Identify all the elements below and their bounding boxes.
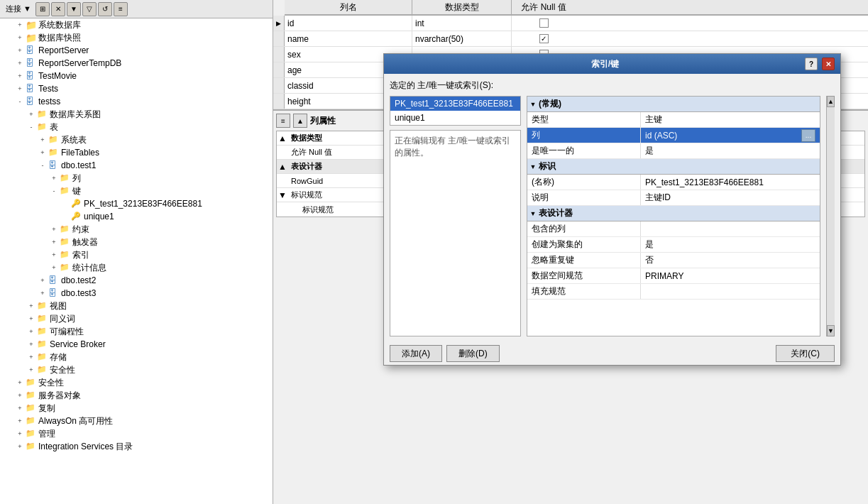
sidebar-item-security-db[interactable]: + 📁 安全性: [0, 363, 273, 376]
label-sys-db: 系统数据库: [38, 19, 81, 31]
expand-snapshot[interactable]: +: [14, 32, 26, 43]
sidebar: 连接 ▼ ⊞ ✕ ▼ ▽ ↺ ≡ + 📁 系统数据库 + 📁 数据库快照 + 🗄: [0, 0, 273, 504]
expand-dbotest3[interactable]: +: [37, 287, 48, 299]
expand-testss[interactable]: -: [14, 96, 26, 107]
modal-list-item-pk[interactable]: PK_test1_3213E83F466EE881: [390, 97, 520, 111]
scroll-up[interactable]: ▲: [827, 96, 835, 107]
expand-tests[interactable]: +: [14, 83, 26, 94]
sidebar-item-testss[interactable]: - 🗄 testss: [0, 95, 273, 108]
folder-icon-8: 📁: [60, 186, 71, 196]
sidebar-item-sys-db[interactable]: + 📁 系统数据库: [0, 18, 273, 31]
folder-icon-3: 📁: [37, 109, 48, 119]
sidebar-item-synonyms[interactable]: + 📁 同义词: [0, 312, 273, 325]
toolbar-btn-2[interactable]: ✕: [51, 2, 65, 16]
sidebar-item-snapshot[interactable]: + 📁 数据库快照: [0, 31, 273, 44]
toolbar-btn-3[interactable]: ▼: [67, 2, 81, 16]
expand-dbdiagram[interactable]: +: [26, 109, 37, 120]
sidebar-item-tests[interactable]: + 🗄 Tests: [0, 82, 273, 95]
connect-btn[interactable]: 连接 ▼: [3, 4, 34, 14]
expand-prog[interactable]: +: [26, 326, 37, 337]
sidebar-item-tables[interactable]: - 📁 表: [0, 121, 273, 133]
expand-tables[interactable]: -: [26, 121, 37, 133]
sidebar-item-triggers[interactable]: + 📁 触发器: [0, 236, 273, 248]
section-expand-identity[interactable]: ▼: [527, 163, 539, 170]
expand-triggers[interactable]: +: [48, 236, 60, 248]
toolbar-btn-filter[interactable]: ▽: [82, 2, 97, 16]
sidebar-item-keys[interactable]: - 📁 键: [0, 185, 273, 197]
modal-key-list: PK_test1_3213E83F466EE881 unique1: [390, 96, 521, 126]
sidebar-item-dbotest3[interactable]: + 🗄 dbo.test3: [0, 287, 273, 300]
expand-security-top[interactable]: +: [14, 377, 26, 388]
sidebar-toolbar: 连接 ▼ ⊞ ✕ ▼ ▽ ↺ ≡: [0, 0, 273, 18]
sidebar-item-storage[interactable]: + 📁 存储: [0, 351, 273, 363]
toolbar-btn-1[interactable]: ⊞: [35, 2, 50, 16]
sidebar-item-serverobjects[interactable]: + 📁 服务器对象: [0, 389, 273, 402]
expand-storage[interactable]: +: [26, 351, 37, 363]
sidebar-item-stats[interactable]: + 📁 统计信息: [0, 261, 273, 274]
modal-prop-desc: 说明 主键ID: [527, 190, 820, 206]
expand-testmovie[interactable]: +: [14, 70, 26, 82]
sidebar-item-dbotest1[interactable]: - 🗄 dbo.test1: [0, 159, 273, 172]
modal-close-x-button[interactable]: ✕: [822, 57, 835, 70]
expand-alwayson[interactable]: +: [14, 415, 26, 427]
section-expand-general[interactable]: ▼: [527, 101, 539, 108]
sidebar-item-dbotest2[interactable]: + 🗄 dbo.test2: [0, 274, 273, 287]
sidebar-item-unique1[interactable]: + 🔑 unique1: [0, 210, 273, 223]
expand-sys-db[interactable]: +: [14, 19, 26, 31]
expand-security-db[interactable]: +: [26, 364, 37, 376]
modal-help-button[interactable]: ?: [805, 57, 818, 70]
modal-list-item-uq[interactable]: unique1: [390, 111, 520, 125]
label-security-db: 安全性: [50, 364, 75, 376]
modal-prop-column-btn[interactable]: ...: [801, 129, 815, 142]
expand-systables[interactable]: +: [37, 134, 48, 146]
sidebar-item-reportservertemp[interactable]: + 🗄 ReportServerTempDB: [0, 57, 273, 70]
sidebar-item-reportserver[interactable]: + 🗄 ReportServer: [0, 44, 273, 57]
expand-reportserver[interactable]: +: [14, 45, 26, 56]
expand-views[interactable]: +: [26, 300, 37, 312]
sidebar-item-views[interactable]: + 📁 视图: [0, 300, 273, 312]
expand-manage[interactable]: +: [14, 428, 26, 439]
sidebar-item-indexes[interactable]: + 📁 索引: [0, 248, 273, 261]
expand-synonyms[interactable]: +: [26, 313, 37, 324]
sidebar-item-integration[interactable]: + 📁 Integration Services 目录: [0, 440, 273, 453]
sidebar-item-constraints[interactable]: + 📁 约束: [0, 223, 273, 236]
expand-filetables[interactable]: +: [37, 147, 48, 158]
sidebar-item-replication[interactable]: + 📁 复制: [0, 402, 273, 415]
section-expand-tabledesigner[interactable]: ▼: [527, 210, 539, 217]
expand-integration[interactable]: +: [14, 441, 26, 452]
modal-delete-button[interactable]: 删除(D): [446, 345, 500, 362]
toolbar-btn-refresh[interactable]: ↺: [98, 2, 112, 16]
expand-serverobjects[interactable]: +: [14, 390, 26, 401]
expand-constraints[interactable]: +: [48, 224, 60, 235]
folder-icon-18: 📁: [37, 365, 48, 375]
expand-reportservertemp[interactable]: +: [14, 57, 26, 69]
expand-keys[interactable]: -: [48, 185, 60, 197]
sidebar-item-filetables[interactable]: + 📁 FileTables: [0, 146, 273, 159]
sidebar-item-servicebroker[interactable]: + 📁 Service Broker: [0, 338, 273, 351]
scroll-down[interactable]: ▼: [827, 325, 835, 336]
sidebar-item-systables[interactable]: + 📁 系统表: [0, 133, 273, 146]
expand-dbotest1[interactable]: -: [37, 160, 48, 171]
label-filetables: FileTables: [61, 148, 99, 158]
sidebar-item-pktest1[interactable]: + 🔑 PK_test1_3213E83F466EE881: [0, 197, 273, 210]
sidebar-item-security-top[interactable]: + 📁 安全性: [0, 376, 273, 389]
sidebar-item-testmovie[interactable]: + 🗄 TestMovie: [0, 70, 273, 82]
modal-scrollbar[interactable]: ▲ ▼: [826, 96, 835, 336]
modal-add-button[interactable]: 添加(A): [390, 345, 442, 362]
expand-indexes[interactable]: +: [48, 249, 60, 261]
toolbar-btn-props[interactable]: ≡: [114, 2, 128, 16]
sidebar-item-alwayson[interactable]: + 📁 AlwaysOn 高可用性: [0, 415, 273, 427]
modal-prop-column[interactable]: 列 id (ASC) ...: [527, 128, 820, 143]
expand-replication[interactable]: +: [14, 402, 26, 414]
sidebar-item-manage[interactable]: + 📁 管理: [0, 427, 273, 440]
expand-dbotest2[interactable]: +: [37, 275, 48, 286]
modal-close-button[interactable]: 关闭(C): [776, 345, 835, 362]
expand-servicebroker[interactable]: +: [26, 339, 37, 350]
expand-stats[interactable]: +: [48, 262, 60, 273]
sidebar-item-columns[interactable]: + 📁 列: [0, 172, 273, 185]
expand-columns[interactable]: +: [48, 172, 60, 184]
folder-icon-21: 📁: [26, 403, 37, 413]
sidebar-item-prog[interactable]: + 📁 可编程性: [0, 325, 273, 338]
sidebar-item-dbdiagram[interactable]: + 📁 数据库关系图: [0, 108, 273, 121]
modal-titlebar: 索引/键 ? ✕: [384, 54, 840, 74]
